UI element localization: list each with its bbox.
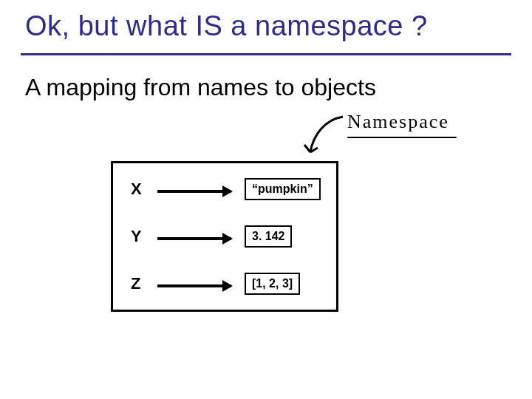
var-name: Y <box>131 227 142 246</box>
mapping-row: Y 3. 142 <box>113 224 336 253</box>
namespace-annotation: Namespace <box>347 111 449 133</box>
value-box: [1, 2, 3] <box>245 273 300 295</box>
mapping-row: X “pumpkin” <box>113 177 336 206</box>
page-title: Ok, but what IS a namespace ? <box>25 10 428 42</box>
mapping-row: Z [1, 2, 3] <box>113 271 336 301</box>
arrow-icon <box>157 237 231 240</box>
namespace-box: X “pumpkin” Y 3. 142 Z [1, 2, 3] <box>111 161 338 312</box>
slide: Ok, but what IS a namespace ? A mapping … <box>0 0 532 399</box>
var-name: Z <box>131 274 140 293</box>
subtitle: A mapping from names to objects <box>25 74 376 101</box>
curved-arrow-icon <box>296 109 355 168</box>
var-name: X <box>131 180 142 199</box>
value-box: “pumpkin” <box>245 178 321 200</box>
arrow-icon <box>157 190 231 193</box>
value-box: 3. 142 <box>245 225 292 248</box>
annotation-underline <box>347 137 457 138</box>
arrow-icon <box>157 284 231 287</box>
title-underline <box>21 53 511 55</box>
